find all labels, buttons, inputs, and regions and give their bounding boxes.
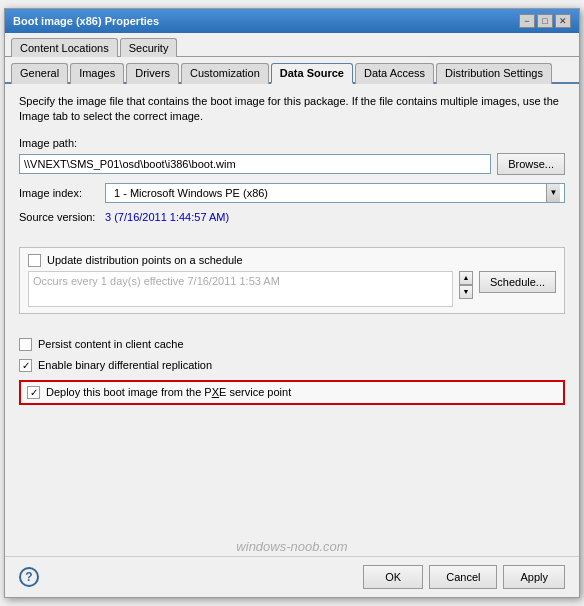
source-version-value: 3 (7/16/2011 1:44:57 AM) <box>105 211 229 223</box>
image-index-row: Image index: 1 - Microsoft Windows PE (x… <box>19 183 565 203</box>
image-index-select[interactable]: 1 - Microsoft Windows PE (x86) ▼ <box>105 183 565 203</box>
scroll-up-button[interactable]: ▲ <box>459 271 473 285</box>
scroll-down-button[interactable]: ▼ <box>459 285 473 299</box>
image-path-label: Image path: <box>19 137 565 149</box>
enable-binary-checkbox[interactable] <box>19 359 32 372</box>
separator-1 <box>19 231 565 239</box>
deploy-pxe-checkbox[interactable] <box>27 386 40 399</box>
main-panel: Specify the image file that contains the… <box>5 84 579 539</box>
bottom-buttons: OK Cancel Apply <box>363 565 565 589</box>
cancel-button[interactable]: Cancel <box>429 565 497 589</box>
scroll-buttons: ▲ ▼ <box>459 271 473 299</box>
tab-distribution-settings[interactable]: Distribution Settings <box>436 63 552 84</box>
persist-content-checkbox[interactable] <box>19 338 32 351</box>
window-content: Content Locations Security General Image… <box>5 33 579 597</box>
enable-binary-row: Enable binary differential replication <box>19 359 565 372</box>
tab-general[interactable]: General <box>11 63 68 84</box>
tab-content-locations[interactable]: Content Locations <box>11 38 118 57</box>
image-path-row: Browse... <box>19 153 565 175</box>
separator-2 <box>19 322 565 330</box>
tab-data-access[interactable]: Data Access <box>355 63 434 84</box>
image-index-label: Image index: <box>19 187 99 199</box>
watermark: windows-noob.com <box>5 539 579 556</box>
select-arrow-icon: ▼ <box>546 184 560 202</box>
description-text: Specify the image file that contains the… <box>19 94 565 125</box>
tab-drivers[interactable]: Drivers <box>126 63 179 84</box>
source-version-row: Source version: 3 (7/16/2011 1:44:57 AM) <box>19 211 565 223</box>
deploy-pxe-row: Deploy this boot image from the PXE serv… <box>27 386 557 399</box>
schedule-button[interactable]: Schedule... <box>479 271 556 293</box>
title-bar: Boot image (x86) Properties − □ ✕ <box>5 9 579 33</box>
help-button[interactable]: ? <box>19 567 39 587</box>
tab-data-source[interactable]: Data Source <box>271 63 353 84</box>
window-title: Boot image (x86) Properties <box>13 15 159 27</box>
tab-security[interactable]: Security <box>120 38 178 57</box>
persist-content-row: Persist content in client cache <box>19 338 565 351</box>
image-path-group: Image path: Browse... <box>19 137 565 175</box>
title-controls: − □ ✕ <box>519 14 571 28</box>
tab-customization[interactable]: Customization <box>181 63 269 84</box>
bottom-bar: ? OK Cancel Apply <box>5 556 579 597</box>
minimize-button[interactable]: − <box>519 14 535 28</box>
schedule-info-row: Occurs every 1 day(s) effective 7/16/201… <box>28 271 556 307</box>
browse-button[interactable]: Browse... <box>497 153 565 175</box>
deploy-pxe-label: Deploy this boot image from the PXE serv… <box>46 386 291 398</box>
pxe-section: Deploy this boot image from the PXE serv… <box>19 380 565 405</box>
schedule-checkbox-row: Update distribution points on a schedule <box>28 254 556 267</box>
schedule-text: Occurs every 1 day(s) effective 7/16/201… <box>28 271 453 307</box>
maximize-button[interactable]: □ <box>537 14 553 28</box>
apply-button[interactable]: Apply <box>503 565 565 589</box>
image-index-value: 1 - Microsoft Windows PE (x86) <box>110 187 546 199</box>
image-path-input[interactable] <box>19 154 491 174</box>
close-button[interactable]: ✕ <box>555 14 571 28</box>
persist-content-label: Persist content in client cache <box>38 338 184 350</box>
schedule-checkbox[interactable] <box>28 254 41 267</box>
tab-images[interactable]: Images <box>70 63 124 84</box>
main-window: Boot image (x86) Properties − □ ✕ Conten… <box>4 8 580 598</box>
schedule-checkbox-label: Update distribution points on a schedule <box>47 254 243 266</box>
ok-button[interactable]: OK <box>363 565 423 589</box>
schedule-section: Update distribution points on a schedule… <box>19 247 565 314</box>
enable-binary-label: Enable binary differential replication <box>38 359 212 371</box>
pxe-underline: X <box>212 386 219 398</box>
tab-row-2: General Images Drivers Customization Dat… <box>5 57 579 84</box>
source-version-label: Source version: <box>19 211 99 223</box>
tab-row-1: Content Locations Security <box>5 33 579 57</box>
